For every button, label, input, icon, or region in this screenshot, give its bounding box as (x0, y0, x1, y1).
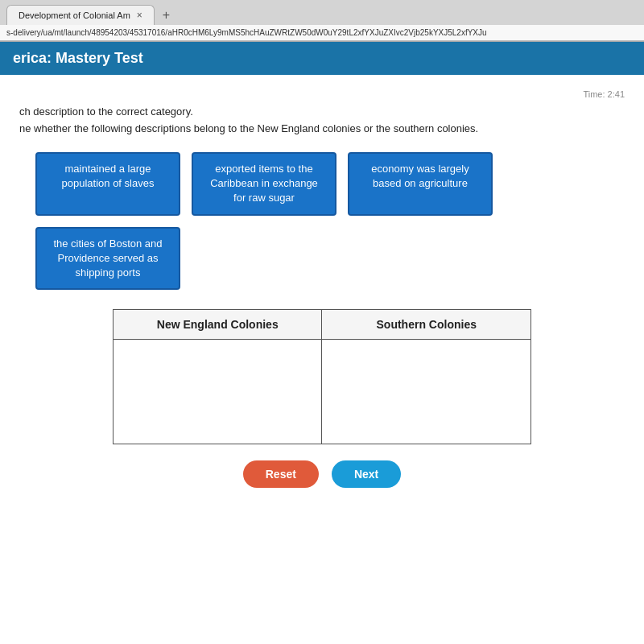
tab-bar: Development of Colonial Am × + (0, 0, 644, 25)
new-england-drop-zone[interactable] (114, 340, 322, 444)
page-title: erica: Mastery Test (13, 50, 143, 66)
southern-drop-zone[interactable] (322, 340, 531, 444)
next-button[interactable]: Next (332, 460, 401, 488)
reset-button[interactable]: Reset (243, 460, 319, 488)
drag-item-3[interactable]: economy was largely based on agriculture (348, 152, 493, 216)
categorization-table: New England Colonies Southern Colonies (113, 309, 531, 444)
drop-table-container: New England Colonies Southern Colonies (19, 309, 625, 444)
page-header: erica: Mastery Test (0, 42, 644, 75)
col1-header: New England Colonies (114, 310, 322, 340)
drag-items-area: maintained a large population of slaves … (19, 152, 625, 290)
new-tab-button[interactable]: + (158, 6, 175, 24)
browser-chrome: Development of Colonial Am × + s-deliver… (0, 0, 644, 42)
tab-close-button[interactable]: × (137, 10, 142, 21)
drag-item-4[interactable]: the cities of Boston and Providence serv… (35, 227, 180, 291)
instruction-primary: ch description to the correct category. (19, 105, 625, 118)
col2-header: Southern Colonies (322, 310, 531, 340)
main-content: Time: 2:41 ch description to the correct… (0, 75, 644, 644)
drag-item-2[interactable]: exported items to the Caribbean in excha… (192, 152, 336, 216)
instruction-secondary: ne whether the following descriptions be… (19, 122, 625, 134)
timer-display: Time: 2:41 (19, 89, 625, 99)
address-bar[interactable]: s-delivery/ua/mt/launch/48954203/4531701… (0, 25, 644, 41)
tab-label: Development of Colonial Am (19, 10, 130, 20)
active-tab[interactable]: Development of Colonial Am × (6, 5, 155, 25)
buttons-row: Reset Next (19, 460, 625, 488)
drag-item-1[interactable]: maintained a large population of slaves (35, 152, 180, 216)
